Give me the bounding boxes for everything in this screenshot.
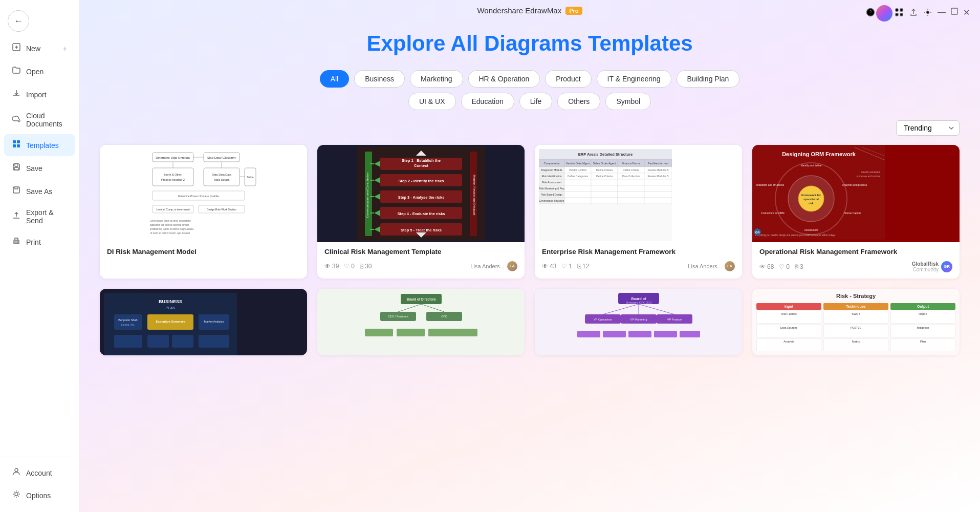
category-row-2: UI & UX Education Life Others Symbol	[100, 93, 960, 110]
sidebar-item-export[interactable]: Export & Send	[4, 203, 75, 230]
author-avatar-4: GR	[941, 261, 952, 272]
views-icon-4: 👁	[759, 263, 766, 270]
template-card-7[interactable]: Board of Directors OFC 233 VP Operations…	[535, 289, 742, 355]
svg-rect-5	[13, 144, 16, 147]
cat-it[interactable]: IT & Engineering	[597, 70, 671, 88]
svg-text:Step 1 - Establish the: Step 1 - Establish the	[402, 158, 441, 163]
author-sub-4: Community	[912, 267, 939, 272]
template-card-1[interactable]: Determine Data Ontology Map Data (Glossa…	[100, 145, 307, 279]
svg-text:Define Criteria: Define Criteria	[623, 168, 639, 172]
svg-text:Step 4 - Evaluate the risks: Step 4 - Evaluate the risks	[397, 211, 445, 216]
svg-text:Ut enim ad minim veniam, quis : Ut enim ad minim veniam, quis nostrud	[150, 232, 190, 234]
svg-text:CEO / President: CEO / President	[388, 315, 408, 318]
likes-icon: ♡	[344, 263, 350, 270]
back-button[interactable]: ←	[8, 10, 29, 32]
template-card-8[interactable]: Risk - Strategy Input Risk Factors Data …	[752, 289, 960, 355]
sidebar-item-templates[interactable]: Templates	[4, 134, 75, 156]
sidebar-item-account[interactable]: Account	[4, 462, 75, 484]
sidebar-item-label-options: Options	[26, 492, 51, 500]
cat-ui[interactable]: UI & UX	[408, 93, 456, 110]
settings-icon[interactable]	[923, 8, 932, 19]
sidebar-item-open[interactable]: Open	[4, 60, 75, 82]
maximize-button[interactable]	[951, 8, 958, 19]
template-card-5[interactable]: BUSINESS PLAN Benjamin Shah Larana, Inc.…	[100, 289, 307, 355]
sidebar-item-new[interactable]: New +	[4, 37, 75, 59]
views-stat: 👁 39	[324, 263, 339, 270]
sidebar-item-cloud[interactable]: Cloud Documents	[4, 106, 75, 133]
svg-rect-118	[564, 198, 591, 204]
svg-text:Facilities for rent: Facilities for rent	[648, 162, 669, 165]
share-icon[interactable]	[909, 8, 918, 19]
minimize-button[interactable]: —	[938, 8, 946, 19]
cat-symbol[interactable]: Symbol	[605, 93, 651, 110]
cloud-icon	[12, 114, 21, 126]
svg-text:Designing ORM Framework: Designing ORM Framework	[782, 151, 856, 157]
sidebar-item-save[interactable]: Save	[4, 157, 75, 179]
cat-hr[interactable]: HR & Operation	[468, 70, 540, 88]
svg-text:CFO: CFO	[441, 315, 447, 318]
svg-rect-186	[628, 331, 651, 337]
author-avatar-3: LA	[725, 261, 735, 271]
cat-others[interactable]: Others	[557, 93, 600, 110]
likes-count-3: 1	[569, 263, 572, 270]
copies-count-4: 3	[800, 263, 803, 270]
close-button[interactable]: ✕	[963, 8, 970, 19]
copies-count: 30	[365, 263, 372, 270]
svg-rect-10	[13, 187, 19, 193]
svg-rect-119	[591, 198, 618, 204]
avatar-icon	[876, 5, 892, 22]
card-info-4: Operational Risk Management Framework 👁 …	[752, 242, 960, 279]
views-count-4: 68	[767, 263, 774, 270]
svg-text:BUSINESS: BUSINESS	[159, 299, 182, 304]
svg-text:Risk Monitoring & Rep: Risk Monitoring & Rep	[539, 187, 564, 190]
svg-text:VP Marketing: VP Marketing	[630, 318, 647, 321]
sidebar-item-options[interactable]: Options	[4, 484, 75, 506]
sidebar: ← New + Open Import Cloud Documents Temp…	[0, 0, 79, 512]
copies-stat-4: ⎘ 3	[795, 263, 803, 270]
templates-icon	[12, 139, 21, 151]
cat-marketing[interactable]: Marketing	[410, 70, 463, 88]
author-avatar-2: LA	[507, 261, 517, 271]
cat-all[interactable]: All	[320, 70, 350, 88]
template-card-6[interactable]: Board of Directors CEO / President CFO	[317, 289, 525, 355]
svg-rect-27	[153, 168, 193, 186]
apps-icon[interactable]	[895, 8, 904, 19]
template-card-4[interactable]: Designing ORM Framework Framework for op…	[752, 145, 960, 279]
help-icon[interactable]: ?	[866, 8, 875, 19]
svg-text:Topic Details: Topic Details	[213, 178, 229, 181]
template-card-2[interactable]: Communication and Consultation Monitor, …	[317, 145, 525, 279]
svg-text:Everything you need to design : Everything you need to design and presen…	[755, 234, 836, 237]
cat-product[interactable]: Product	[545, 70, 591, 88]
sidebar-item-label-cloud: Cloud Documents	[26, 112, 67, 128]
svg-rect-167	[365, 329, 393, 336]
copies-count-3: 12	[582, 263, 589, 270]
pro-badge: Pro	[565, 7, 582, 15]
cat-education[interactable]: Education	[461, 93, 514, 110]
svg-rect-4	[17, 140, 20, 143]
svg-rect-12	[15, 241, 18, 243]
sidebar-item-label-account: Account	[26, 469, 52, 477]
export-icon	[12, 211, 21, 223]
views-count-3: 43	[550, 263, 556, 270]
sidebar-item-saveas[interactable]: Save As	[4, 180, 75, 202]
svg-rect-185	[603, 331, 626, 337]
cat-life[interactable]: Life	[519, 93, 553, 110]
svg-point-21	[927, 11, 929, 14]
template-card-3[interactable]: ERP Area's Detailed Structure Components…	[535, 145, 742, 279]
svg-rect-108	[618, 185, 644, 191]
svg-rect-121	[644, 198, 672, 204]
svg-text:Process heading-2: Process heading-2	[161, 178, 185, 181]
sidebar-item-import[interactable]: Import	[4, 83, 75, 105]
svg-rect-103	[644, 179, 672, 185]
cat-building[interactable]: Building Plan	[677, 70, 740, 88]
template-grid: Determine Data Ontology Map Data (Glossa…	[100, 145, 960, 355]
svg-text:Data Collection: Data Collection	[622, 175, 640, 178]
card-info-3: Enterprise Risk Management Framework 👁 4…	[535, 242, 742, 278]
cat-business[interactable]: Business	[354, 70, 405, 88]
views-icon: 👁	[324, 263, 331, 270]
sidebar-item-print[interactable]: Print	[4, 231, 75, 253]
svg-text:Analytics and process: Analytics and process	[842, 183, 867, 186]
svg-text:Context: Context	[414, 163, 428, 168]
svg-rect-109	[644, 185, 672, 191]
sort-select[interactable]: Trending Newest Most Viewed Most Liked	[896, 120, 960, 136]
